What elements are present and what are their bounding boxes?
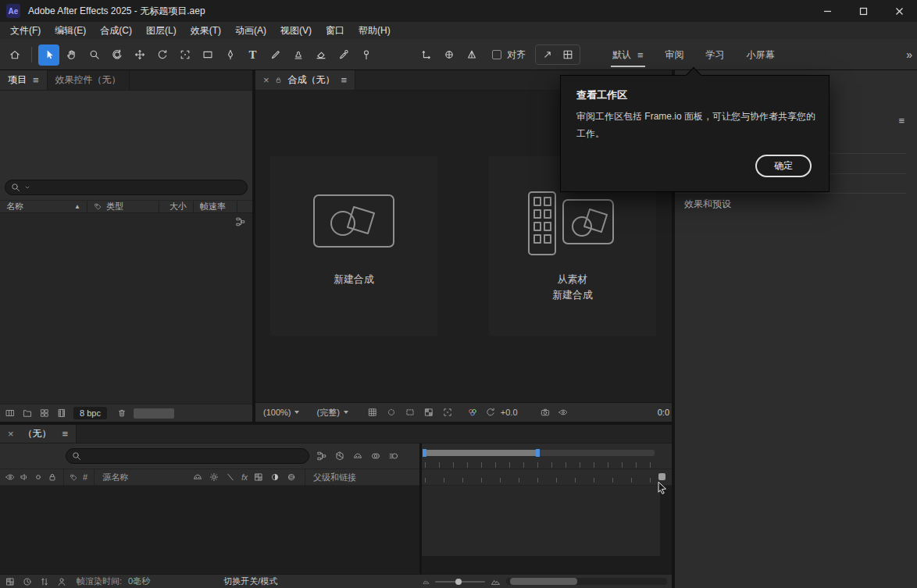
lock-icon[interactable] xyxy=(47,472,58,483)
rotate-tool[interactable] xyxy=(152,45,173,66)
tab-effect-controls[interactable]: 效果控件（无） xyxy=(48,70,130,90)
view-axis-mode-button[interactable] xyxy=(461,45,482,66)
new-folder-button[interactable] xyxy=(22,408,33,419)
interpret-footage-button[interactable] xyxy=(5,408,16,419)
column-type[interactable]: 类型 xyxy=(87,201,159,212)
tab-timeline[interactable]: × （无） ≡ xyxy=(0,425,77,443)
target-icon[interactable] xyxy=(442,407,453,418)
collapse-transformations-icon[interactable] xyxy=(209,472,219,483)
menu-effect[interactable]: 效果(T) xyxy=(184,22,228,39)
effects-presets-panel-header[interactable]: 效果和预设 xyxy=(684,198,731,211)
trash-icon[interactable] xyxy=(116,408,127,419)
workspace-learn[interactable]: 学习 xyxy=(706,39,725,70)
brush-tool[interactable] xyxy=(265,45,286,66)
popup-ok-button[interactable]: 确定 xyxy=(755,155,812,177)
workspace-default[interactable]: 默认 ≡ xyxy=(612,39,644,70)
project-flowchart-icon[interactable] xyxy=(235,216,246,227)
zoom-out-mountain-icon[interactable] xyxy=(423,578,430,585)
pan-camera-tool[interactable] xyxy=(129,45,150,66)
video-eye-icon[interactable] xyxy=(5,472,16,483)
time-indicator-handle[interactable] xyxy=(658,473,665,480)
timeline-splitter[interactable] xyxy=(419,444,422,574)
effects-switch-icon[interactable]: fx xyxy=(241,473,248,482)
menu-composition[interactable]: 合成(C) xyxy=(93,22,139,39)
snapping-checkbox[interactable] xyxy=(492,50,501,59)
magnification-dropdown[interactable]: (100%) xyxy=(263,408,299,417)
time-navigator[interactable] xyxy=(422,444,672,469)
menu-layer[interactable]: 图层(L) xyxy=(139,22,184,39)
resolution-dropdown[interactable]: (完整) xyxy=(316,407,348,419)
zoom-in-mountain-icon[interactable] xyxy=(491,576,501,586)
work-area-bar[interactable] xyxy=(426,450,537,456)
layer-number-column[interactable]: # xyxy=(83,472,87,482)
frame-blending-icon[interactable] xyxy=(370,451,381,461)
tab-project[interactable]: 项目 ≡ xyxy=(0,70,48,90)
show-channel-icon[interactable] xyxy=(467,407,478,418)
menu-view[interactable]: 视图(V) xyxy=(273,22,319,39)
menu-file[interactable]: 文件(F) xyxy=(3,22,48,39)
draft-3d-icon[interactable] xyxy=(334,451,345,461)
toggle-blend-modes-icon[interactable] xyxy=(5,576,16,587)
menu-animation[interactable]: 动画(A) xyxy=(228,22,273,39)
column-size[interactable]: 大小 xyxy=(159,201,194,212)
timeline-scrollbar[interactable] xyxy=(506,578,667,585)
hand-tool[interactable] xyxy=(61,45,82,66)
lock-icon[interactable] xyxy=(274,76,283,84)
transparency-grid-icon[interactable] xyxy=(423,407,434,418)
camera-tool[interactable] xyxy=(174,45,195,66)
selection-tool[interactable] xyxy=(38,45,59,66)
parent-link-column[interactable]: 父级和链接 xyxy=(313,472,356,483)
world-axis-mode-button[interactable] xyxy=(438,45,459,66)
solo-icon[interactable] xyxy=(33,472,44,483)
project-settings-button[interactable] xyxy=(39,408,50,419)
exposure-value[interactable]: +0.0 xyxy=(501,408,518,417)
effects-presets-panel-body[interactable] xyxy=(675,213,917,588)
zoom-tool[interactable] xyxy=(84,45,105,66)
close-tab-icon[interactable]: × xyxy=(8,428,14,440)
snapshot-icon[interactable] xyxy=(540,407,551,418)
new-composition-tile[interactable]: 新建合成 xyxy=(270,156,437,336)
audio-speaker-icon[interactable] xyxy=(19,472,30,483)
new-composition-button[interactable] xyxy=(56,408,67,419)
snap-feature-button[interactable] xyxy=(538,46,557,63)
roto-brush-tool[interactable] xyxy=(333,45,354,66)
toggle-switches-button[interactable]: 切换开关/模式 xyxy=(223,576,277,587)
type-tool[interactable]: T xyxy=(242,45,263,66)
close-button[interactable] xyxy=(881,0,917,22)
right-panel-menu-icon[interactable]: ≡ xyxy=(898,116,905,126)
timeline-panel-menu-icon[interactable]: ≡ xyxy=(62,429,69,439)
minimize-button[interactable] xyxy=(809,0,845,22)
expand-layers-icon[interactable] xyxy=(39,576,50,587)
menu-window[interactable]: 窗口 xyxy=(319,22,351,39)
mini-flowchart-icon[interactable] xyxy=(316,451,327,461)
source-name-column[interactable]: 源名称 xyxy=(102,472,128,483)
toggle-mask-visibility-icon[interactable] xyxy=(386,407,397,418)
timecode-display[interactable]: 0:0 xyxy=(658,408,669,417)
collaborate-icon[interactable] xyxy=(56,576,67,587)
project-items-list[interactable] xyxy=(0,213,252,404)
pen-tool[interactable] xyxy=(219,45,241,66)
column-name[interactable]: 名称 ▲ xyxy=(0,201,87,212)
choose-grid-guides-icon[interactable] xyxy=(367,407,378,418)
quality-switch-icon[interactable] xyxy=(225,472,236,483)
column-frame-rate[interactable]: 帧速率 xyxy=(194,201,237,212)
reset-exposure-icon[interactable] xyxy=(485,407,496,418)
bit-depth-button[interactable]: 8 bpc xyxy=(73,407,107,419)
render-time-icon[interactable] xyxy=(22,576,33,587)
rectangle-tool[interactable] xyxy=(197,45,218,66)
close-tab-icon[interactable]: × xyxy=(263,74,269,86)
comp-panel-menu-icon[interactable]: ≡ xyxy=(341,75,348,85)
timeline-zoom-slider[interactable] xyxy=(435,581,485,583)
orbit-camera-tool[interactable] xyxy=(106,45,127,66)
layer-list-area[interactable] xyxy=(0,486,420,574)
frame-blend-switch-icon[interactable] xyxy=(253,472,264,483)
workspace-overflow-button[interactable]: » xyxy=(906,48,912,61)
project-search-input[interactable] xyxy=(5,180,248,195)
timeline-search-input[interactable] xyxy=(66,448,309,464)
puppet-pin-tool[interactable] xyxy=(355,45,376,66)
workspace-small-screen[interactable]: 小屏幕 xyxy=(747,39,775,70)
home-button[interactable] xyxy=(4,45,25,66)
shy-switch-icon[interactable] xyxy=(192,472,203,483)
work-area-start-handle[interactable] xyxy=(423,449,426,457)
scrollbar-thumb[interactable] xyxy=(510,578,577,585)
